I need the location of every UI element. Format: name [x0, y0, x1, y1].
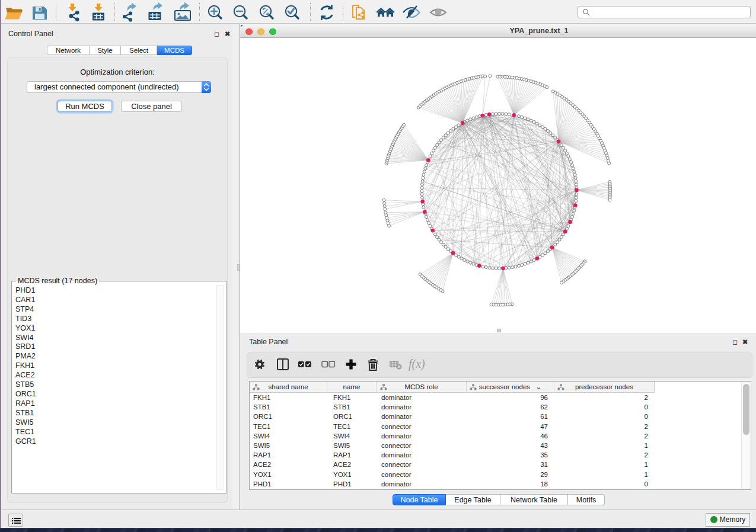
svg-text:f(x): f(x)	[409, 357, 425, 371]
